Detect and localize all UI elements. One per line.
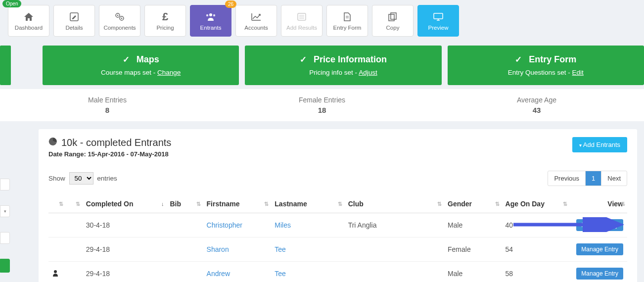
sliver-box[interactable] <box>0 179 10 190</box>
price-adjust-link[interactable]: Adjust <box>359 69 377 76</box>
check-icon <box>123 54 133 65</box>
svg-point-19 <box>54 270 57 273</box>
svg-rect-16 <box>434 13 443 19</box>
svg-point-6 <box>206 14 208 16</box>
svg-point-4 <box>121 18 123 19</box>
entrants-table: ⇅ ⇅ Completed On↓ Bib⇅ Firstname⇅ Lastna… <box>48 195 627 282</box>
entryform-edit-link[interactable]: Edit <box>572 69 584 76</box>
table-row: 29-4-18SharonTeeFemale54Manage Entry <box>48 237 627 262</box>
entrants-panel: 10k - completed Entrants Date Range: 15-… <box>39 129 637 282</box>
users-icon <box>205 11 216 23</box>
nav-add-results[interactable]: Add Results <box>281 5 322 37</box>
cogs-icon <box>115 11 125 23</box>
show-entries: Show 50 entries <box>48 172 117 185</box>
table-row: 29-4-18AndrewTeeMale58Manage Entry <box>48 262 627 282</box>
nav-preview[interactable]: Preview <box>417 5 459 37</box>
home-icon <box>24 11 34 23</box>
sort-icon[interactable]: ⇅ <box>495 202 500 206</box>
entrants-count-badge: 26 <box>225 0 236 8</box>
pager-next[interactable]: Next <box>601 171 627 186</box>
nav-entrants[interactable]: 26 Entrants <box>190 5 231 37</box>
card-price: Price Information Pricing info set - Adj… <box>245 46 441 85</box>
sliver-dropdown[interactable] <box>0 205 10 217</box>
svg-point-3 <box>117 15 119 16</box>
sliver-green[interactable] <box>0 259 10 273</box>
left-slivers <box>0 129 11 273</box>
pager-prev[interactable]: Previous <box>548 171 585 186</box>
sort-icon[interactable]: ⇅ <box>264 202 269 206</box>
manage-entry-button[interactable]: Manage Entry <box>576 268 623 280</box>
card-sliver <box>0 46 11 85</box>
lastname-link[interactable]: Miles <box>275 221 291 229</box>
sort-icon[interactable]: ⇅ <box>437 202 442 206</box>
sort-icon[interactable]: ⇅ <box>338 202 342 206</box>
maps-change-link[interactable]: Change <box>157 69 181 76</box>
monitor-icon <box>433 11 443 23</box>
nav-components[interactable]: Components <box>99 5 140 37</box>
nav-pricing[interactable]: £ Pricing <box>144 5 186 37</box>
pie-icon <box>48 137 57 148</box>
nav-entry-form[interactable]: Entry Form <box>326 5 368 37</box>
results-icon <box>297 11 306 23</box>
open-badge: Open <box>2 0 21 7</box>
sort-icon[interactable]: ↓ <box>161 202 164 206</box>
top-nav: Open Dashboard Details Components £ Pric… <box>0 0 644 42</box>
firstname-link[interactable]: Andrew <box>207 270 230 278</box>
sliver-box[interactable] <box>0 232 10 244</box>
firstname-link[interactable]: Sharon <box>207 245 229 253</box>
firstname-link[interactable]: Christopher <box>207 221 242 229</box>
add-entrants-button[interactable]: Add Entrants <box>572 137 627 152</box>
lastname-link[interactable]: Tee <box>275 270 286 278</box>
nav-details[interactable]: Details <box>53 5 95 37</box>
card-entryform: Entry Form Entry Questions set - Edit <box>448 46 644 85</box>
nav-dashboard[interactable]: Open Dashboard <box>8 5 49 37</box>
form-icon <box>343 11 351 23</box>
stats-bar: Male Entries8 Female Entries18 Average A… <box>0 89 644 121</box>
pound-icon: £ <box>162 11 168 23</box>
check-icon <box>515 54 525 65</box>
page-size-select[interactable]: 50 <box>69 172 93 185</box>
sort-icon[interactable]: ⇅ <box>76 202 80 206</box>
svg-rect-14 <box>389 14 394 21</box>
svg-point-5 <box>209 13 212 16</box>
lastname-link[interactable]: Tee <box>275 245 286 253</box>
date-range: Date Range: 15-Apr-2016 - 07-May-2018 <box>48 150 171 158</box>
pager: Previous 1 Next <box>548 171 627 186</box>
sort-icon[interactable]: ⇅ <box>563 202 567 206</box>
edit-icon <box>70 11 79 23</box>
nav-accounts[interactable]: Accounts <box>235 5 277 37</box>
manage-entry-button[interactable]: Manage Entry <box>576 243 623 255</box>
svg-point-7 <box>213 14 215 16</box>
panel-title: 10k - completed Entrants <box>48 137 171 148</box>
chart-icon <box>251 11 261 23</box>
status-cards: Maps Course maps set - Change Price Info… <box>0 42 644 89</box>
check-icon <box>300 54 310 65</box>
pager-page-1[interactable]: 1 <box>585 171 601 186</box>
copy-icon <box>388 11 397 23</box>
sort-icon[interactable]: ⇅ <box>196 202 201 206</box>
user-icon <box>52 270 58 278</box>
nav-copy[interactable]: Copy <box>372 5 414 37</box>
table-row: 30-4-18ChristopherMilesTri AngliaMale40M… <box>48 213 627 237</box>
manage-entry-button[interactable]: Manage Entry <box>576 219 623 231</box>
card-maps: Maps Course maps set - Change <box>43 46 239 85</box>
sort-icon[interactable]: ⇅ <box>621 202 625 206</box>
sort-icon[interactable]: ⇅ <box>59 202 63 206</box>
svg-rect-15 <box>391 13 396 19</box>
